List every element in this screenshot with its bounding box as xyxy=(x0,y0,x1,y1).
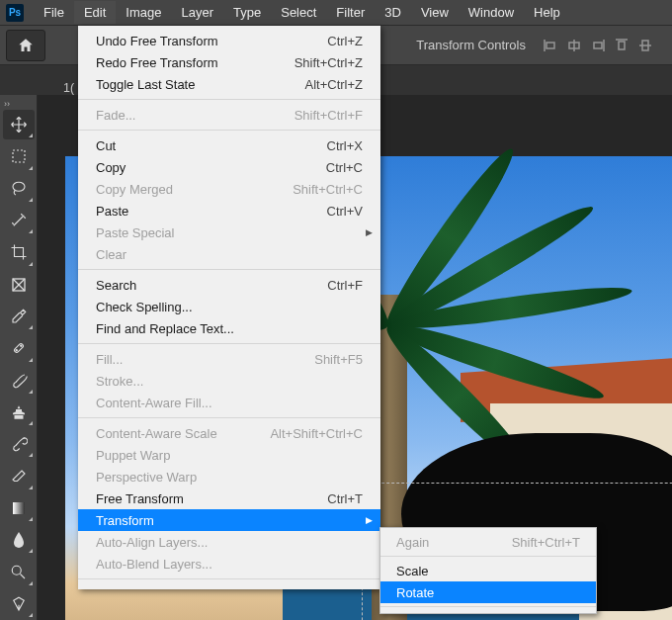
menuitem-perspective-warp: Perspective Warp xyxy=(78,466,380,487)
menuitem-puppet-warp: Puppet Warp xyxy=(78,444,380,466)
home-button[interactable] xyxy=(6,30,45,61)
tool-blur[interactable] xyxy=(3,525,35,555)
tool-brush[interactable] xyxy=(3,366,35,396)
menuitem-cut[interactable]: CutCtrl+X xyxy=(78,134,380,156)
menu-view[interactable]: View xyxy=(411,1,459,24)
menuitem-find-replace[interactable]: Find and Replace Text... xyxy=(78,317,380,339)
align-top-icon[interactable] xyxy=(611,35,632,56)
tool-healing[interactable] xyxy=(3,333,35,363)
transform-controls-label: Transform Controls xyxy=(416,38,526,52)
tool-lasso[interactable] xyxy=(3,174,35,204)
transform-submenu: AgainShift+Ctrl+T Scale Rotate xyxy=(379,527,597,614)
menuitem-clear: Clear xyxy=(78,243,380,265)
svg-point-11 xyxy=(13,182,25,191)
svg-rect-5 xyxy=(594,43,602,48)
tool-gradient[interactable] xyxy=(3,493,35,523)
menu-filter[interactable]: Filter xyxy=(326,1,375,24)
menuitem-fade: Fade...Shift+Ctrl+F xyxy=(78,104,380,126)
submenuitem-again: AgainShift+Ctrl+T xyxy=(380,531,596,553)
tool-eyedropper[interactable] xyxy=(3,302,35,331)
menu-image[interactable]: Image xyxy=(116,1,171,24)
menuitem-stroke: Stroke... xyxy=(78,370,380,392)
menuitem-auto-align: Auto-Align Layers... xyxy=(78,531,380,553)
submenuitem-scale[interactable]: Scale xyxy=(380,560,596,581)
tool-eraser[interactable] xyxy=(3,461,35,490)
svg-point-19 xyxy=(12,566,21,575)
menuitem-paste-special: Paste Special xyxy=(78,221,380,243)
menuitem-check-spelling[interactable]: Check Spelling... xyxy=(78,296,380,317)
tool-marquee[interactable] xyxy=(3,141,35,171)
menuitem-redo[interactable]: Redo Free TransformShift+Ctrl+Z xyxy=(78,51,380,73)
menu-type[interactable]: Type xyxy=(223,1,271,24)
expand-tools-icon[interactable]: ›› xyxy=(0,99,37,109)
tool-history-brush[interactable] xyxy=(3,429,35,459)
svg-rect-10 xyxy=(13,150,25,162)
tab-partial-left: 1( xyxy=(59,81,74,95)
menu-layer[interactable]: Layer xyxy=(172,1,224,24)
svg-rect-18 xyxy=(13,502,25,514)
tool-move[interactable] xyxy=(3,110,35,139)
menu-select[interactable]: Select xyxy=(271,1,326,24)
tool-dodge[interactable] xyxy=(3,557,35,586)
menuitem-auto-blend: Auto-Blend Layers... xyxy=(78,553,380,575)
svg-rect-15 xyxy=(13,343,24,354)
svg-rect-1 xyxy=(546,43,554,48)
tool-clone[interactable] xyxy=(3,398,35,427)
menuitem-toggle-last-state[interactable]: Toggle Last StateAlt+Ctrl+Z xyxy=(78,73,380,95)
menuitem-copy[interactable]: CopyCtrl+C xyxy=(78,156,380,178)
menuitem-paste[interactable]: PasteCtrl+V xyxy=(78,200,380,221)
menu-edit[interactable]: Edit xyxy=(74,1,116,24)
tool-pen[interactable] xyxy=(3,589,35,619)
svg-rect-7 xyxy=(619,42,625,49)
home-icon xyxy=(17,37,35,54)
menu-3d[interactable]: 3D xyxy=(375,1,411,24)
align-icons xyxy=(540,35,656,56)
tool-crop[interactable] xyxy=(3,237,35,267)
tool-magic-wand[interactable] xyxy=(3,206,35,235)
menuitem-transform[interactable]: Transform xyxy=(78,509,380,531)
svg-point-16 xyxy=(16,350,17,351)
menubar: Ps File Edit Image Layer Type Select Fil… xyxy=(0,0,672,26)
align-center-v-icon[interactable] xyxy=(634,35,656,56)
menuitem-undo[interactable]: Undo Free TransformCtrl+Z xyxy=(78,30,380,51)
align-center-h-icon[interactable] xyxy=(563,35,585,56)
align-right-icon[interactable] xyxy=(587,35,609,56)
menuitem-content-aware-scale: Content-Aware ScaleAlt+Shift+Ctrl+C xyxy=(78,422,380,444)
menu-help[interactable]: Help xyxy=(524,1,570,24)
submenuitem-rotate[interactable]: Rotate xyxy=(380,581,596,603)
tool-frame[interactable] xyxy=(3,270,35,300)
menuitem-content-aware-fill: Content-Aware Fill... xyxy=(78,392,380,413)
menu-window[interactable]: Window xyxy=(459,1,524,24)
svg-point-17 xyxy=(20,345,21,346)
edit-menu-dropdown: Undo Free TransformCtrl+Z Redo Free Tran… xyxy=(78,26,380,589)
align-left-icon[interactable] xyxy=(540,35,561,56)
menuitem-fill: Fill...Shift+F5 xyxy=(78,348,380,370)
menuitem-free-transform[interactable]: Free TransformCtrl+T xyxy=(78,487,380,509)
tools-panel: ›› xyxy=(0,95,38,620)
app-logo: Ps xyxy=(6,4,24,22)
menu-file[interactable]: File xyxy=(34,1,74,24)
menuitem-search[interactable]: SearchCtrl+F xyxy=(78,274,380,296)
menuitem-copy-merged: Copy MergedShift+Ctrl+C xyxy=(78,178,380,200)
